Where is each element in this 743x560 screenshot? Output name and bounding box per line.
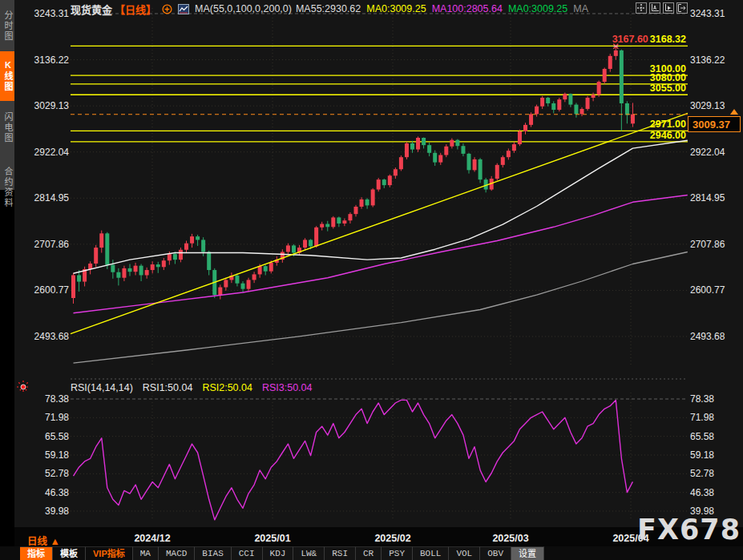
toolbar-vip-indicators-button[interactable]: VIP指标 bbox=[86, 546, 133, 560]
toolbar-indicators-button[interactable]: 指标 bbox=[20, 546, 53, 560]
rsi-tick-label: 65.58 bbox=[29, 431, 69, 442]
price-tick-label: 2707.86 bbox=[690, 239, 725, 250]
high-price-row: 3167.603168.32 bbox=[612, 34, 686, 45]
trading-app-window: 分时图 K线图 闪电图 合约资料 现货黄金【日线】 MA(55,0,100,0,… bbox=[0, 0, 743, 560]
level-label-3055: 3055.00 bbox=[650, 83, 686, 94]
current-price-box: 3009.37 bbox=[688, 116, 741, 132]
price-tick-label: 2600.77 bbox=[690, 284, 725, 296]
rsi-tick-label: 65.58 bbox=[690, 431, 714, 442]
rsi3-value: RSI3:50.04 bbox=[262, 382, 313, 393]
resistance-level-label: 3168.32 bbox=[650, 34, 686, 45]
price-tick-label: 2707.86 bbox=[29, 239, 69, 250]
x-axis-date-label: 2025/02 bbox=[365, 533, 421, 544]
toolbar-vol-button[interactable]: VOL bbox=[449, 546, 480, 560]
price-tick-label: 2493.68 bbox=[29, 331, 69, 342]
x-axis-date-label: 2025/01 bbox=[244, 533, 301, 544]
rsi-tick-label: 71.98 bbox=[29, 412, 69, 423]
price-tick-label: 3029.13 bbox=[690, 100, 725, 111]
sidebar-tab-lightning[interactable]: 闪电图 bbox=[0, 103, 14, 152]
chart-header: 现货黄金【日线】 MA(55,0,100,0,200,0) MA55:2930.… bbox=[71, 2, 588, 16]
rsi2-value: RSI2:50.04 bbox=[202, 382, 252, 393]
rsi-tick-label: 39.98 bbox=[29, 506, 69, 517]
price-tick-label: 3029.13 bbox=[29, 100, 69, 111]
y-axis-scale-icon[interactable] bbox=[649, 2, 660, 14]
toolbar-ma-button[interactable]: MA bbox=[133, 546, 159, 560]
sidebar-tab-timeshare[interactable]: 分时图 bbox=[0, 2, 14, 50]
price-tick-label: 2493.68 bbox=[690, 331, 725, 342]
rsi-tick-label: 71.98 bbox=[690, 412, 714, 423]
hot-indicator-icon bbox=[17, 381, 30, 397]
rsi1-value: RSI1:50.04 bbox=[143, 382, 193, 393]
price-tick-label: 2922.04 bbox=[690, 147, 725, 158]
rsi-tick-label: 59.18 bbox=[29, 449, 69, 461]
candlestick-chart-canvas[interactable] bbox=[0, 0, 743, 560]
sidebar-tab-kline[interactable]: K线图 bbox=[0, 51, 14, 101]
toolbar-lw-button[interactable]: LW& bbox=[293, 546, 325, 560]
price-tick-label: 3136.22 bbox=[690, 54, 725, 66]
ma0-yellow-value: MA0:3009.25 bbox=[366, 3, 426, 14]
x-axis-date-label: 2025/03 bbox=[483, 533, 539, 544]
move-tool-icon[interactable] bbox=[636, 2, 647, 14]
symbol-name: 现货黄金 bbox=[71, 2, 112, 17]
x-axis-row: 日线 ▲ 2024/122025/012025/022025/032025/04 bbox=[14, 527, 743, 546]
exit-panel-icon[interactable] bbox=[676, 2, 688, 14]
toolbar-rsi-button[interactable]: RSI bbox=[325, 546, 356, 560]
session-high-label: 3167.60 bbox=[612, 34, 648, 45]
x-axis-date-label: 2024/12 bbox=[124, 533, 180, 544]
rsi-header: RSI(14,14,14) RSI1:50.04 RSI2:50.04 RSI3… bbox=[71, 382, 312, 393]
price-tick-label: 3243.31 bbox=[690, 8, 725, 19]
toolbar-obv-button[interactable]: OBV bbox=[480, 546, 511, 560]
chart-type-sidebar: 分时图 K线图 闪电图 合约资料 bbox=[0, 0, 14, 560]
indicator-settings-icon[interactable] bbox=[178, 4, 189, 14]
toolbar-cci-button[interactable]: CCI bbox=[232, 546, 263, 560]
price-tick-label: 2600.77 bbox=[29, 284, 69, 296]
ma-settings-text: MA(55,0,100,0,200,0) bbox=[195, 3, 292, 14]
ma100-value: MA100:2805.64 bbox=[432, 3, 503, 14]
rsi-tick-label: 46.38 bbox=[29, 487, 69, 498]
toolbar-cr-button[interactable]: CR bbox=[356, 546, 382, 560]
price-tick-label: 2814.95 bbox=[29, 192, 69, 203]
chart-window-tools bbox=[636, 2, 688, 14]
toolbar-settings-button[interactable]: 设置 bbox=[511, 546, 544, 560]
price-tick-label: 3136.22 bbox=[29, 54, 69, 66]
rsi-title: RSI(14,14,14) bbox=[71, 382, 133, 393]
rsi-tick-label: 46.38 bbox=[690, 487, 714, 498]
ma0-green-value: MA0:3009.25 bbox=[508, 3, 567, 14]
period-tag: 【日线】 bbox=[115, 2, 156, 17]
brand-watermark: FX678 bbox=[637, 514, 741, 546]
rsi-tick-label: 59.18 bbox=[690, 449, 714, 461]
level-label-3080: 3080.00 bbox=[650, 73, 686, 83]
toolbar-boll-button[interactable]: BOLL bbox=[413, 546, 449, 560]
rsi-tick-label: 52.78 bbox=[29, 468, 69, 479]
rsi-tick-label: 52.78 bbox=[690, 468, 714, 479]
level-label-2971: 2971.00 bbox=[650, 119, 686, 130]
toolbar-kdj-button[interactable]: KDJ bbox=[263, 546, 294, 560]
level-label-2946: 2946.00 bbox=[650, 131, 686, 141]
rsi-tick-label: 78.38 bbox=[690, 393, 714, 405]
toolbar-macd-button[interactable]: MACD bbox=[159, 546, 195, 560]
add-indicator-icon[interactable] bbox=[162, 4, 172, 14]
toolbar-bias-button[interactable]: BIAS bbox=[195, 546, 231, 560]
ma-extra-label: MA bbox=[573, 3, 588, 14]
auto-scroll-icon[interactable] bbox=[663, 2, 674, 14]
price-up-arrow-icon bbox=[730, 109, 738, 115]
price-tick-label: 3243.31 bbox=[29, 8, 69, 19]
sidebar-tab-contract-info[interactable]: 合约资料 bbox=[0, 154, 14, 221]
price-tick-label: 2922.04 bbox=[29, 147, 69, 158]
indicator-toolbar: 指标 模板 VIP指标 MA MACD BIAS CCI KDJ LW& RSI… bbox=[0, 546, 743, 560]
price-tick-label: 2814.95 bbox=[690, 192, 725, 203]
toolbar-template-button[interactable]: 模板 bbox=[53, 546, 86, 560]
toolbar-psy-button[interactable]: PSY bbox=[382, 546, 413, 560]
ma55-value: MA55:2930.62 bbox=[296, 3, 361, 14]
rsi-tick-label: 78.38 bbox=[29, 393, 69, 405]
